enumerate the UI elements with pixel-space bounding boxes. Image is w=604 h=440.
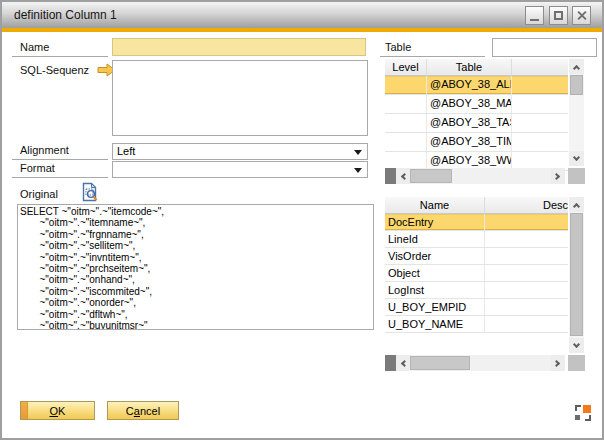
- table-label: Table: [380, 40, 485, 57]
- table-row[interactable]: @ABOY_38_MANUA: [385, 95, 568, 114]
- maximize-button[interactable]: [549, 6, 568, 25]
- definition-column-dialog: definition Column 1 Name SQL-Sequenz Ali…: [0, 0, 604, 440]
- column-header-extra[interactable]: [512, 59, 568, 75]
- name-input[interactable]: [112, 38, 366, 56]
- table-row[interactable]: @ABOY_38_ALLOC_: [385, 76, 568, 95]
- fields-grid-header[interactable]: Name Desc: [385, 197, 568, 214]
- column-header-table[interactable]: Table: [427, 59, 512, 75]
- fields-grid: Name Desc DocEntry LineId VisOrder Objec…: [385, 197, 568, 334]
- cell-desc: [485, 282, 568, 298]
- cell-extra: [512, 95, 568, 113]
- column-split-handle[interactable]: [385, 355, 396, 371]
- table-filter-input[interactable]: [492, 38, 597, 57]
- maximize-icon: [554, 11, 563, 20]
- hscroll-thumb[interactable]: [410, 356, 470, 370]
- field-row[interactable]: DocEntry: [385, 214, 568, 231]
- fields-grid-rows: DocEntry LineId VisOrder Object LogInst …: [385, 214, 568, 333]
- hscroll-track[interactable]: [410, 168, 551, 184]
- chevron-down-icon: [354, 150, 362, 155]
- tables-grid-rows: @ABOY_38_ALLOC_ @ABOY_38_MANUA @ABOY_38_…: [385, 76, 568, 171]
- cell-table: @ABOY_38_TIMERE: [427, 133, 512, 151]
- resize-grip-icon[interactable]: [575, 405, 591, 421]
- table-row[interactable]: @ABOY_38_TIMERE: [385, 133, 568, 152]
- original-label: Original: [20, 188, 58, 200]
- column-header-name[interactable]: Name: [385, 197, 485, 213]
- alignment-dropdown[interactable]: Left: [112, 143, 368, 160]
- vscroll-thumb[interactable]: [570, 75, 583, 95]
- minimize-icon: [530, 19, 539, 21]
- scroll-down-icon[interactable]: [569, 338, 584, 353]
- tables-grid-vscrollbar[interactable]: [569, 59, 584, 166]
- cell-extra: [512, 114, 568, 132]
- cell-desc: [485, 265, 568, 281]
- column-header-desc[interactable]: Desc: [485, 197, 568, 213]
- name-label: Name: [12, 40, 108, 57]
- cell-name: U_BOY_EMPID: [385, 299, 485, 315]
- cell-desc: [485, 231, 568, 247]
- cell-extra: [512, 133, 568, 151]
- original-sql-textarea[interactable]: SELECT ~"oitm~".~"itemcode~", ~"oitm~".~…: [17, 204, 374, 330]
- scroll-up-icon[interactable]: [569, 197, 584, 212]
- cell-name: LogInst: [385, 282, 485, 298]
- cell-level: [385, 133, 427, 151]
- sql-sequenz-textarea[interactable]: [112, 60, 368, 136]
- tables-grid-header[interactable]: Level Table: [385, 59, 568, 76]
- cell-name: U_BOY_NAME: [385, 316, 485, 332]
- field-row[interactable]: VisOrder: [385, 248, 568, 265]
- cell-name: VisOrder: [385, 248, 485, 264]
- cell-desc: [485, 214, 568, 230]
- field-row[interactable]: Object: [385, 265, 568, 282]
- cancel-button[interactable]: Cancel: [107, 401, 179, 420]
- fields-grid-vscrollbar[interactable]: [569, 197, 584, 353]
- accent-bar: [2, 28, 602, 32]
- hscroll-track[interactable]: [410, 355, 551, 371]
- cell-table: @ABOY_38_TASK: [427, 114, 512, 132]
- scroll-left-icon[interactable]: [396, 355, 410, 371]
- hscroll-thumb[interactable]: [410, 169, 452, 183]
- cell-desc: [485, 248, 568, 264]
- format-label: Format: [12, 161, 108, 178]
- scroll-right-icon[interactable]: [551, 168, 565, 184]
- scroll-left-icon[interactable]: [396, 168, 410, 184]
- column-header-level[interactable]: Level: [385, 59, 427, 75]
- default-button-stripe: [21, 402, 28, 419]
- scroll-down-icon[interactable]: [569, 151, 584, 166]
- fields-grid-hscrollbar[interactable]: [385, 355, 585, 371]
- preview-icon[interactable]: [82, 182, 99, 202]
- scroll-up-icon[interactable]: [569, 59, 584, 74]
- minimize-button[interactable]: [525, 6, 544, 25]
- cell-level: [385, 114, 427, 132]
- sql-sequenz-label: SQL-Sequenz: [20, 64, 89, 76]
- ok-button[interactable]: OK: [20, 401, 95, 420]
- cell-desc: [485, 316, 568, 332]
- field-row[interactable]: U_BOY_NAME: [385, 316, 568, 333]
- table-row[interactable]: @ABOY_38_TASK: [385, 114, 568, 133]
- format-dropdown[interactable]: [112, 161, 368, 178]
- window-title: definition Column 1: [14, 8, 117, 22]
- close-button[interactable]: [572, 6, 591, 25]
- chevron-down-icon: [354, 168, 362, 173]
- cell-table: @ABOY_38_MANUA: [427, 95, 512, 113]
- cell-name: DocEntry: [385, 214, 485, 230]
- scroll-right-icon[interactable]: [551, 355, 565, 371]
- scrollbar-corner: [568, 168, 585, 184]
- cell-table: @ABOY_38_ALLOC_: [427, 76, 512, 94]
- cell-desc: [485, 299, 568, 315]
- cell-level: [385, 76, 427, 94]
- cell-name: LineId: [385, 231, 485, 247]
- vscroll-thumb[interactable]: [570, 213, 583, 336]
- close-icon: [576, 10, 587, 21]
- field-row[interactable]: LineId: [385, 231, 568, 248]
- tables-grid: Level Table @ABOY_38_ALLOC_ @ABOY_38_MAN…: [385, 59, 568, 173]
- title-bar[interactable]: definition Column 1: [2, 2, 602, 28]
- alignment-label: Alignment: [12, 143, 108, 160]
- cell-extra: [512, 76, 568, 94]
- field-row[interactable]: U_BOY_EMPID: [385, 299, 568, 316]
- scrollbar-corner: [568, 355, 585, 371]
- column-split-handle[interactable]: [385, 168, 396, 184]
- tables-grid-hscrollbar[interactable]: [385, 168, 585, 184]
- alignment-value: Left: [117, 145, 135, 157]
- cell-name: Object: [385, 265, 485, 281]
- field-row[interactable]: LogInst: [385, 282, 568, 299]
- cell-level: [385, 95, 427, 113]
